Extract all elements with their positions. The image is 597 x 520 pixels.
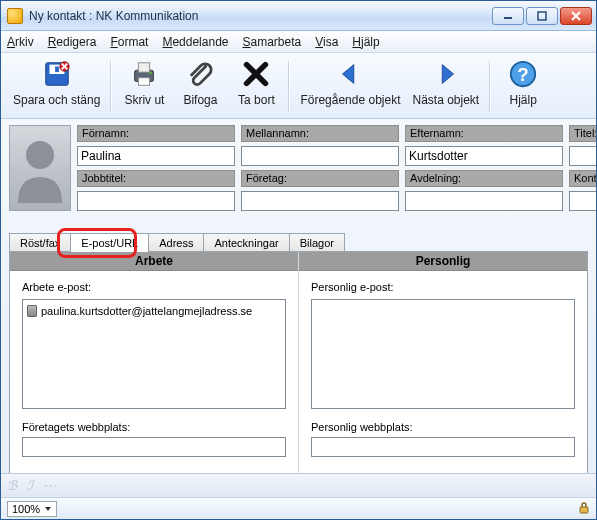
personal-web-input[interactable] [311, 437, 575, 457]
svg-text:?: ? [517, 64, 528, 85]
person-icon [10, 133, 70, 203]
next-button[interactable]: Nästa objekt [406, 57, 485, 115]
work-header: Arbete [10, 252, 298, 271]
work-email-label: Arbete e-post: [22, 281, 286, 293]
avdelning-label: Avdelning: [405, 170, 563, 187]
mellannamn-input[interactable] [241, 146, 399, 166]
svg-rect-12 [139, 78, 150, 86]
save-close-button[interactable]: Spara och stäng [7, 57, 106, 115]
work-email-value: paulina.kurtsdotter@jattelangmejladress.… [41, 305, 252, 317]
tab-rostfax[interactable]: Röst/fax [9, 233, 71, 252]
menu-redigera[interactable]: Redigera [48, 35, 97, 49]
content-area: Förnamn: Mellannamn: Efternamn: Titel: J… [1, 119, 596, 473]
tab-strip: Röst/fax E-post/URL Adress Anteckningar … [9, 233, 588, 252]
delete-icon [241, 59, 271, 89]
help-icon: ? [508, 59, 538, 89]
menu-format[interactable]: Format [110, 35, 148, 49]
menu-visa[interactable]: Visa [315, 35, 338, 49]
format-bar-disabled: ℬ ℐ ⋯ [1, 473, 596, 497]
format-icon: ℐ [27, 478, 33, 493]
work-column: Arbete Arbete e-post: paulina.kurtsdotte… [10, 252, 298, 473]
work-web-input[interactable] [22, 437, 286, 457]
printer-icon [129, 59, 159, 89]
lock-icon [578, 502, 590, 514]
arrow-right-icon [431, 59, 461, 89]
toolbar: Spara och stäng Skriv ut Bifoga Ta bort [1, 53, 596, 119]
efternamn-input[interactable] [405, 146, 563, 166]
close-button[interactable] [560, 7, 592, 25]
personal-header: Personlig [299, 252, 587, 271]
title-bar: Ny kontakt : NK Kommunikation [1, 1, 596, 31]
zoom-combo[interactable]: 100% [7, 501, 57, 517]
app-window: Ny kontakt : NK Kommunikation Arkiv Redi… [0, 0, 597, 520]
arrow-left-icon [335, 59, 365, 89]
save-icon [42, 59, 72, 89]
menu-samarbeta[interactable]: Samarbeta [242, 35, 301, 49]
name-fields: Förnamn: Mellannamn: Efternamn: Titel: J… [77, 125, 596, 211]
help-label: Hjälp [510, 93, 537, 107]
menu-meddelande[interactable]: Meddelande [162, 35, 228, 49]
mellannamn-label: Mellannamn: [241, 125, 399, 142]
chevron-down-icon [44, 505, 52, 513]
titel-value [570, 147, 596, 165]
toolbar-separator [110, 61, 112, 111]
svg-rect-1 [538, 12, 546, 20]
work-body: Arbete e-post: paulina.kurtsdotter@jatte… [10, 271, 298, 473]
tab-epost-url[interactable]: E-post/URL [70, 233, 149, 252]
help-button[interactable]: ? Hjälp [495, 57, 551, 115]
toolbar-separator [489, 61, 491, 111]
jobbtitel-label: Jobbtitel: [77, 170, 235, 187]
attach-button[interactable]: Bifoga [172, 57, 228, 115]
titel-combo[interactable] [569, 146, 596, 166]
tabs-container: Röst/fax E-post/URL Adress Anteckningar … [9, 233, 588, 473]
close-icon [571, 11, 581, 21]
menu-hjalp[interactable]: Hjälp [352, 35, 379, 49]
svg-point-18 [26, 141, 54, 169]
tab-adress[interactable]: Adress [148, 233, 204, 252]
attach-label: Bifoga [183, 93, 217, 107]
tab-anteckningar[interactable]: Anteckningar [203, 233, 289, 252]
foretag-input[interactable] [241, 191, 399, 211]
maximize-icon [537, 11, 547, 21]
person-small-icon [27, 305, 37, 317]
save-close-label: Spara och stäng [13, 93, 100, 107]
svg-point-13 [150, 72, 153, 75]
window-controls [492, 7, 592, 25]
prev-label: Föregående objekt [300, 93, 400, 107]
menu-bar: Arkiv Redigera Format Meddelande Samarbe… [1, 31, 596, 53]
personal-web-label: Personlig webbplats: [311, 421, 575, 433]
tab-bilagor[interactable]: Bilagor [289, 233, 345, 252]
format-icon: ⋯ [43, 478, 56, 493]
work-web-label: Företagets webbplats: [22, 421, 286, 433]
list-item[interactable]: paulina.kurtsdotter@jattelangmejladress.… [27, 304, 281, 318]
fornamn-input[interactable] [77, 146, 235, 166]
status-bar: 100% [1, 497, 596, 519]
window-title: Ny kontakt : NK Kommunikation [29, 9, 492, 23]
minimize-button[interactable] [492, 7, 524, 25]
personal-column: Personlig Personlig e-post: Personlig we… [299, 252, 587, 473]
jobbtitel-input[interactable] [77, 191, 235, 211]
app-icon [7, 8, 23, 24]
personal-email-list[interactable] [311, 299, 575, 409]
print-button[interactable]: Skriv ut [116, 57, 172, 115]
toolbar-separator [288, 61, 290, 111]
prev-button[interactable]: Föregående objekt [294, 57, 406, 115]
tab-panel-epost: Arbete Arbete e-post: paulina.kurtsdotte… [9, 251, 588, 473]
menu-arkiv[interactable]: Arkiv [7, 35, 34, 49]
delete-button[interactable]: Ta bort [228, 57, 284, 115]
personal-body: Personlig e-post: Personlig webbplats: [299, 271, 587, 473]
delete-label: Ta bort [238, 93, 275, 107]
paperclip-icon [185, 59, 215, 89]
fornamn-label: Förnamn: [77, 125, 235, 142]
contact-header: Förnamn: Mellannamn: Efternamn: Titel: J… [9, 125, 588, 211]
kontor-input[interactable] [569, 191, 596, 211]
work-email-list[interactable]: paulina.kurtsdotter@jattelangmejladress.… [22, 299, 286, 409]
avatar-placeholder[interactable] [9, 125, 71, 211]
maximize-button[interactable] [526, 7, 558, 25]
foretag-label: Företag: [241, 170, 399, 187]
next-label: Nästa objekt [412, 93, 479, 107]
personal-email-label: Personlig e-post: [311, 281, 575, 293]
svg-rect-11 [139, 63, 150, 72]
avdelning-input[interactable] [405, 191, 563, 211]
svg-rect-19 [580, 507, 588, 513]
